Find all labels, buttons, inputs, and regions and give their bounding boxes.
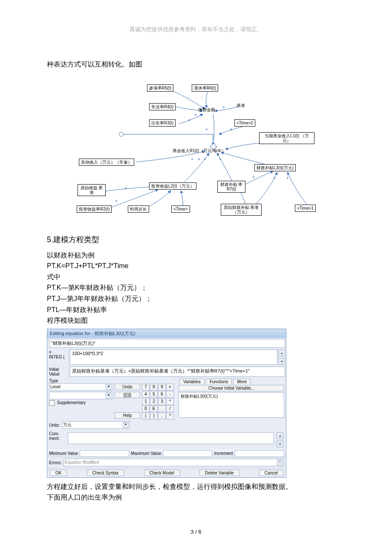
node-other: 其他收入（万元）（常量） [79, 159, 134, 166]
cancel-button[interactable]: Cancel [259, 470, 283, 476]
node-r6: 退休率R6(t) [192, 84, 218, 92]
units-select[interactable]: 万元 ▾ [62, 421, 130, 429]
chevron-down-icon: ▾ [106, 384, 112, 390]
node-r3: 出生率R3(t) [149, 119, 176, 127]
body-l4: PT.K—第K年财政补贴（万元）； [47, 282, 345, 293]
section5-title: 5.建模方程类型 [47, 234, 345, 245]
max-label: Maximum Value [131, 451, 161, 456]
keypad-div[interactable]: / [166, 405, 174, 412]
keypad-lparen[interactable]: ( [142, 413, 150, 419]
keypad-6[interactable]: 6 [158, 391, 166, 398]
keypad-4[interactable]: 4 [142, 391, 150, 398]
chevron-down-icon: ▾ [106, 393, 112, 399]
node-time2: <Time>2 [234, 119, 255, 127]
equation-body-input[interactable]: 100+100*0.3*2 [70, 350, 277, 365]
keypad-caret[interactable]: ^ [166, 413, 174, 419]
keypad-1[interactable]: 1 [142, 398, 150, 405]
min-label: Minimum Value [49, 451, 78, 456]
errors-label: Errors: [49, 460, 62, 465]
check-syntax-button[interactable]: Check Syntax [87, 470, 124, 476]
intro-line: 种表达方式可以互相转化。如图 [47, 59, 345, 70]
keypad-dot[interactable]: . [158, 405, 166, 412]
errors-select[interactable]: Equation Modified ▾ [63, 459, 284, 466]
node-l1: 当期基金收入L1(t) （万元） [259, 132, 314, 144]
chevron-down-icon: ▾ [123, 422, 129, 428]
keypad-comma[interactable]: , [158, 413, 166, 419]
delete-variable-button[interactable]: Delete Variable [199, 470, 239, 476]
integ-label: = INTEG ( [47, 349, 69, 366]
keypad-mult[interactable]: * [166, 398, 174, 405]
incr-label: Increment [214, 451, 233, 456]
editor-title: Editing equation for - 财政补贴L3(t)(万元) [47, 329, 286, 338]
header-note: 真诚为您提供优质参考资料，若有不当之处，请指正。 [47, 26, 345, 33]
keypad-8[interactable]: 8 [150, 384, 158, 390]
keypad-3[interactable]: 3 [158, 398, 166, 405]
scroll-up-icon[interactable]: ▴ [278, 350, 285, 356]
node-jz: 基准 [236, 103, 245, 108]
keypad-rparen[interactable]: ) [150, 413, 158, 419]
incr-input[interactable] [235, 450, 284, 457]
body-l5: PT.J—第J年年财政补贴（万元）； [47, 293, 345, 304]
body-l3: 式中 [47, 272, 345, 283]
keypad-0[interactable]: 0 [142, 405, 150, 412]
tab-functions[interactable]: Functions [206, 379, 232, 384]
keypad-minus[interactable]: - [166, 391, 174, 398]
initial-value-label: Initial Value [47, 366, 69, 378]
equation-editor: Editing equation for - 财政补贴L3(t)(万元) "财政… [47, 329, 286, 478]
node-ysy: 原始收益 基准 [78, 184, 106, 196]
keypad-7[interactable]: 7 [142, 384, 150, 390]
variable-listbox[interactable]: 财政补贴L3(t)(万元) [179, 392, 284, 418]
max-input[interactable] [163, 450, 212, 457]
node-time: <Time> [171, 205, 190, 213]
list-item[interactable]: 财政补贴L3(t)(万元) [181, 393, 282, 399]
after-text-2: 下面用人口的出生率为例 [47, 492, 345, 503]
errors-value: Equation Modified [65, 460, 99, 465]
scroll-up-icon[interactable]: ▴ [277, 432, 283, 439]
undo-button[interactable]: Undo [115, 384, 140, 390]
body-l6: PTL—年财政补贴率 [47, 304, 345, 315]
after-text-1: 方程建立好后，设置变量和时间步长，检查模型，运行得到模拟图像和预测数据。 [47, 481, 345, 492]
keypad: 7 8 9 + 4 5 6 - 1 2 3 * 0 E . / ( [142, 384, 177, 419]
keypad-plus[interactable]: + [166, 384, 174, 390]
page-footer: 3 / 6 [47, 529, 345, 535]
choose-initial-button[interactable]: Choose Initial Variable... [179, 385, 284, 391]
ok-button[interactable]: OK [50, 470, 67, 476]
type-label: Type [49, 379, 113, 383]
node-yscb: 原始财政补贴 基准（万元） [221, 204, 262, 216]
keypad-e[interactable]: E [150, 405, 158, 412]
brackets-button[interactable]: {[()]} [115, 392, 140, 398]
node-step: 时间步长 [128, 205, 149, 213]
supplementary-checkbox[interactable] [49, 400, 55, 406]
help-button[interactable]: Help [115, 412, 140, 419]
node-jfe: 缴费金额 [198, 107, 215, 112]
scroll-down-icon[interactable]: ▾ [277, 441, 283, 448]
type-select[interactable]: Level ▾ [49, 383, 113, 391]
node-r2: 投资收益率R2(t) [77, 205, 112, 213]
node-l3: 财政补贴L3(t)(万元) [254, 164, 296, 171]
tab-more[interactable]: More [233, 379, 251, 384]
keypad-9[interactable]: 9 [158, 384, 166, 390]
node-r5: 参保率R5(t) [147, 84, 173, 92]
comment-input[interactable] [68, 432, 274, 444]
keypad-2[interactable]: 2 [150, 398, 158, 405]
type-select-value: Level [50, 384, 61, 389]
secondary-select[interactable]: ▾ [49, 392, 113, 399]
min-input[interactable] [80, 450, 129, 457]
body-l2: PT.K=PT.J+PTL*PT.J*Time [47, 260, 345, 272]
scroll-down-icon[interactable]: ▾ [278, 358, 285, 365]
tab-variables[interactable]: Variables [179, 379, 205, 384]
body-l7: 程序模块如图 [47, 315, 345, 326]
comment-label: Com- ment: [49, 431, 65, 448]
node-r4: 失业率R4(t) [149, 103, 176, 110]
svg-point-0 [119, 132, 124, 136]
node-r1: 基金收入R1(t)（万元/每年） [173, 148, 226, 153]
check-model-button[interactable]: Check Model [144, 470, 180, 476]
units-value: 万元 [63, 422, 72, 428]
body-l1: 以财政补贴为例 [47, 250, 345, 261]
variable-name-input[interactable]: "财政补贴L3(t)(万元)" [49, 339, 285, 348]
node-l2: 投资收益L2(t)（万元） [149, 182, 196, 190]
initial-value-input[interactable]: 原始财政补贴基准（万元）+原始财政补贴基准（万元）*"财政补贴率R7(t)"*"… [70, 367, 285, 377]
causal-loop-diagram: 参保率R5(t) 退休率R6(t) 失业率R4(t) 缴费金额 基准 出生率R3… [47, 77, 345, 222]
keypad-5[interactable]: 5 [150, 391, 158, 398]
node-time1: <Time>1 [295, 205, 316, 212]
